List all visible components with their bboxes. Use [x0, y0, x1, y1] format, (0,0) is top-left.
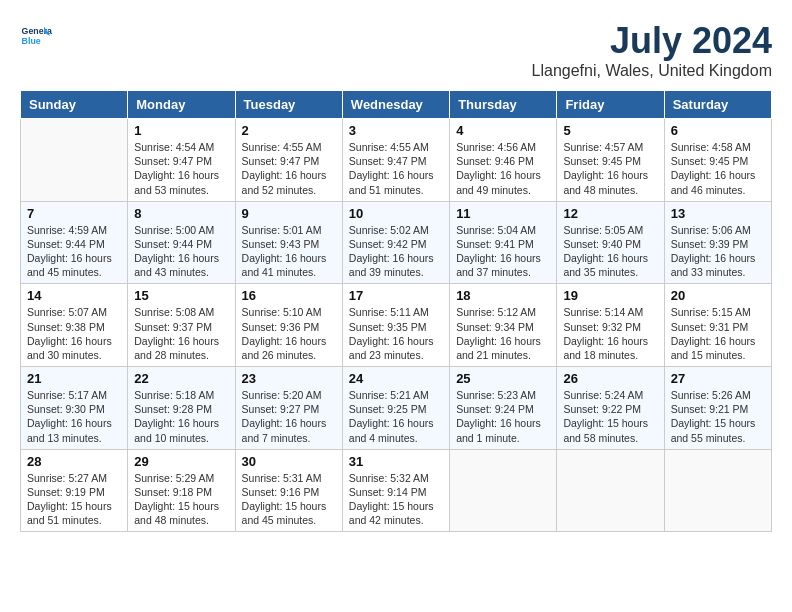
day-number: 29 — [134, 454, 228, 469]
day-number: 12 — [563, 206, 657, 221]
week-row-1: 1Sunrise: 4:54 AMSunset: 9:47 PMDaylight… — [21, 119, 772, 202]
day-number: 3 — [349, 123, 443, 138]
day-info: Sunrise: 5:06 AMSunset: 9:39 PMDaylight:… — [671, 223, 765, 280]
day-info: Sunrise: 5:17 AMSunset: 9:30 PMDaylight:… — [27, 388, 121, 445]
day-number: 11 — [456, 206, 550, 221]
day-info: Sunrise: 5:26 AMSunset: 9:21 PMDaylight:… — [671, 388, 765, 445]
calendar-cell: 25Sunrise: 5:23 AMSunset: 9:24 PMDayligh… — [450, 367, 557, 450]
day-info: Sunrise: 4:57 AMSunset: 9:45 PMDaylight:… — [563, 140, 657, 197]
day-number: 21 — [27, 371, 121, 386]
day-number: 1 — [134, 123, 228, 138]
day-info: Sunrise: 5:21 AMSunset: 9:25 PMDaylight:… — [349, 388, 443, 445]
day-number: 28 — [27, 454, 121, 469]
day-number: 23 — [242, 371, 336, 386]
day-info: Sunrise: 5:14 AMSunset: 9:32 PMDaylight:… — [563, 305, 657, 362]
day-number: 9 — [242, 206, 336, 221]
calendar-cell: 30Sunrise: 5:31 AMSunset: 9:16 PMDayligh… — [235, 449, 342, 532]
day-info: Sunrise: 5:00 AMSunset: 9:44 PMDaylight:… — [134, 223, 228, 280]
day-number: 22 — [134, 371, 228, 386]
day-number: 16 — [242, 288, 336, 303]
day-info: Sunrise: 4:54 AMSunset: 9:47 PMDaylight:… — [134, 140, 228, 197]
calendar-cell: 29Sunrise: 5:29 AMSunset: 9:18 PMDayligh… — [128, 449, 235, 532]
title-area: July 2024 Llangefni, Wales, United Kingd… — [532, 20, 772, 80]
calendar-cell: 1Sunrise: 4:54 AMSunset: 9:47 PMDaylight… — [128, 119, 235, 202]
col-header-thursday: Thursday — [450, 91, 557, 119]
calendar-cell: 4Sunrise: 4:56 AMSunset: 9:46 PMDaylight… — [450, 119, 557, 202]
calendar-cell: 17Sunrise: 5:11 AMSunset: 9:35 PMDayligh… — [342, 284, 449, 367]
day-info: Sunrise: 5:05 AMSunset: 9:40 PMDaylight:… — [563, 223, 657, 280]
calendar-cell: 10Sunrise: 5:02 AMSunset: 9:42 PMDayligh… — [342, 201, 449, 284]
main-title: July 2024 — [532, 20, 772, 62]
day-number: 5 — [563, 123, 657, 138]
calendar-cell: 13Sunrise: 5:06 AMSunset: 9:39 PMDayligh… — [664, 201, 771, 284]
calendar-cell: 3Sunrise: 4:55 AMSunset: 9:47 PMDaylight… — [342, 119, 449, 202]
day-info: Sunrise: 5:24 AMSunset: 9:22 PMDaylight:… — [563, 388, 657, 445]
calendar-cell: 19Sunrise: 5:14 AMSunset: 9:32 PMDayligh… — [557, 284, 664, 367]
day-number: 17 — [349, 288, 443, 303]
day-number: 18 — [456, 288, 550, 303]
day-info: Sunrise: 5:07 AMSunset: 9:38 PMDaylight:… — [27, 305, 121, 362]
svg-text:Blue: Blue — [22, 36, 41, 46]
calendar-cell: 14Sunrise: 5:07 AMSunset: 9:38 PMDayligh… — [21, 284, 128, 367]
calendar-cell: 2Sunrise: 4:55 AMSunset: 9:47 PMDaylight… — [235, 119, 342, 202]
calendar-cell: 21Sunrise: 5:17 AMSunset: 9:30 PMDayligh… — [21, 367, 128, 450]
calendar-cell: 7Sunrise: 4:59 AMSunset: 9:44 PMDaylight… — [21, 201, 128, 284]
week-row-4: 21Sunrise: 5:17 AMSunset: 9:30 PMDayligh… — [21, 367, 772, 450]
calendar-cell — [450, 449, 557, 532]
calendar-cell: 11Sunrise: 5:04 AMSunset: 9:41 PMDayligh… — [450, 201, 557, 284]
day-number: 20 — [671, 288, 765, 303]
calendar-table: SundayMondayTuesdayWednesdayThursdayFrid… — [20, 90, 772, 532]
day-info: Sunrise: 4:56 AMSunset: 9:46 PMDaylight:… — [456, 140, 550, 197]
day-number: 27 — [671, 371, 765, 386]
week-row-5: 28Sunrise: 5:27 AMSunset: 9:19 PMDayligh… — [21, 449, 772, 532]
day-number: 25 — [456, 371, 550, 386]
week-row-2: 7Sunrise: 4:59 AMSunset: 9:44 PMDaylight… — [21, 201, 772, 284]
day-number: 30 — [242, 454, 336, 469]
calendar-cell: 18Sunrise: 5:12 AMSunset: 9:34 PMDayligh… — [450, 284, 557, 367]
day-info: Sunrise: 5:20 AMSunset: 9:27 PMDaylight:… — [242, 388, 336, 445]
header: General Blue July 2024 Llangefni, Wales,… — [20, 20, 772, 80]
col-header-sunday: Sunday — [21, 91, 128, 119]
day-number: 19 — [563, 288, 657, 303]
day-info: Sunrise: 5:31 AMSunset: 9:16 PMDaylight:… — [242, 471, 336, 528]
calendar-cell: 8Sunrise: 5:00 AMSunset: 9:44 PMDaylight… — [128, 201, 235, 284]
day-number: 2 — [242, 123, 336, 138]
calendar-cell: 24Sunrise: 5:21 AMSunset: 9:25 PMDayligh… — [342, 367, 449, 450]
col-header-friday: Friday — [557, 91, 664, 119]
calendar-cell: 31Sunrise: 5:32 AMSunset: 9:14 PMDayligh… — [342, 449, 449, 532]
day-number: 7 — [27, 206, 121, 221]
day-info: Sunrise: 5:10 AMSunset: 9:36 PMDaylight:… — [242, 305, 336, 362]
col-header-wednesday: Wednesday — [342, 91, 449, 119]
day-info: Sunrise: 4:55 AMSunset: 9:47 PMDaylight:… — [349, 140, 443, 197]
day-info: Sunrise: 5:12 AMSunset: 9:34 PMDaylight:… — [456, 305, 550, 362]
col-header-tuesday: Tuesday — [235, 91, 342, 119]
calendar-cell: 16Sunrise: 5:10 AMSunset: 9:36 PMDayligh… — [235, 284, 342, 367]
day-number: 4 — [456, 123, 550, 138]
calendar-cell: 9Sunrise: 5:01 AMSunset: 9:43 PMDaylight… — [235, 201, 342, 284]
day-number: 6 — [671, 123, 765, 138]
calendar-cell: 28Sunrise: 5:27 AMSunset: 9:19 PMDayligh… — [21, 449, 128, 532]
week-row-3: 14Sunrise: 5:07 AMSunset: 9:38 PMDayligh… — [21, 284, 772, 367]
day-info: Sunrise: 4:58 AMSunset: 9:45 PMDaylight:… — [671, 140, 765, 197]
subtitle: Llangefni, Wales, United Kingdom — [532, 62, 772, 80]
day-number: 8 — [134, 206, 228, 221]
calendar-cell: 5Sunrise: 4:57 AMSunset: 9:45 PMDaylight… — [557, 119, 664, 202]
calendar-cell: 6Sunrise: 4:58 AMSunset: 9:45 PMDaylight… — [664, 119, 771, 202]
day-info: Sunrise: 5:23 AMSunset: 9:24 PMDaylight:… — [456, 388, 550, 445]
day-number: 15 — [134, 288, 228, 303]
day-info: Sunrise: 5:15 AMSunset: 9:31 PMDaylight:… — [671, 305, 765, 362]
day-info: Sunrise: 5:04 AMSunset: 9:41 PMDaylight:… — [456, 223, 550, 280]
calendar-cell: 20Sunrise: 5:15 AMSunset: 9:31 PMDayligh… — [664, 284, 771, 367]
calendar-cell — [557, 449, 664, 532]
day-number: 26 — [563, 371, 657, 386]
calendar-header-row: SundayMondayTuesdayWednesdayThursdayFrid… — [21, 91, 772, 119]
day-info: Sunrise: 5:11 AMSunset: 9:35 PMDaylight:… — [349, 305, 443, 362]
day-number: 24 — [349, 371, 443, 386]
logo-icon: General Blue — [20, 20, 52, 52]
day-info: Sunrise: 5:01 AMSunset: 9:43 PMDaylight:… — [242, 223, 336, 280]
calendar-cell: 27Sunrise: 5:26 AMSunset: 9:21 PMDayligh… — [664, 367, 771, 450]
day-number: 31 — [349, 454, 443, 469]
day-number: 13 — [671, 206, 765, 221]
col-header-saturday: Saturday — [664, 91, 771, 119]
day-info: Sunrise: 5:32 AMSunset: 9:14 PMDaylight:… — [349, 471, 443, 528]
